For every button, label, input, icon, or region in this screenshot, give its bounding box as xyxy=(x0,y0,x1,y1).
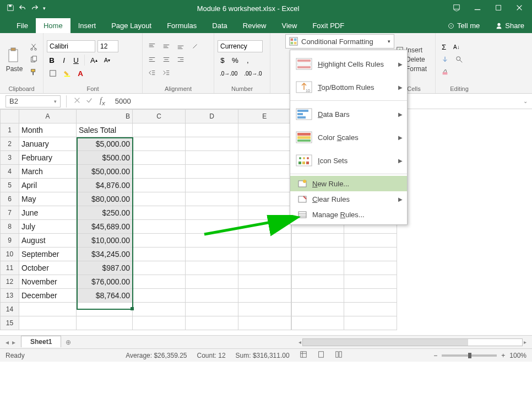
font-name-input[interactable] xyxy=(47,40,95,52)
cell-A12[interactable]: November xyxy=(19,275,77,289)
row-header-2[interactable]: 2 xyxy=(1,137,19,151)
cell-E6[interactable] xyxy=(238,192,291,206)
new-sheet-button[interactable]: ⊕ xyxy=(61,337,75,348)
cell-A14[interactable] xyxy=(19,303,77,316)
cut-button[interactable] xyxy=(28,41,40,52)
view-page-break-icon[interactable] xyxy=(335,351,343,360)
fill-button[interactable] xyxy=(439,54,451,65)
menu-top-bottom-rules[interactable]: 10 Top/Bottom Rules▶ xyxy=(290,76,407,99)
tab-formulas[interactable]: Formulas xyxy=(159,18,204,33)
bold-button[interactable]: B xyxy=(47,55,57,66)
col-header-D[interactable]: D xyxy=(186,110,238,123)
cell-D3[interactable] xyxy=(186,151,238,165)
row-header-4[interactable]: 4 xyxy=(1,165,19,179)
sheet-tab-sheet1[interactable]: Sheet1 xyxy=(21,336,61,347)
zoom-slider[interactable] xyxy=(442,354,497,357)
select-all-cell[interactable] xyxy=(1,110,19,123)
cell-D11[interactable] xyxy=(186,261,238,275)
decrease-font-button[interactable]: A▾ xyxy=(102,55,112,66)
tab-home[interactable]: Home xyxy=(36,18,70,33)
cell-I12[interactable] xyxy=(344,275,397,289)
cell-A5[interactable]: April xyxy=(19,179,77,192)
cell-B13[interactable]: $8,764.00 xyxy=(77,289,133,303)
tab-page-layout[interactable]: Page Layout xyxy=(104,18,159,33)
underline-button[interactable]: U xyxy=(71,55,81,66)
fx-icon[interactable]: fx xyxy=(100,96,111,106)
col-header-B[interactable]: B xyxy=(77,110,133,123)
undo-icon[interactable] xyxy=(19,4,26,13)
cell-B7[interactable]: $250.00 xyxy=(77,206,133,220)
cell-B14[interactable] xyxy=(77,303,133,316)
menu-highlight-cells-rules[interactable]: Highlight Cells Rules▶ xyxy=(290,52,407,76)
decrease-decimal-button[interactable]: .00→.0 xyxy=(242,68,264,79)
cell-A3[interactable]: February xyxy=(19,151,77,165)
cell-A11[interactable]: October xyxy=(19,261,77,275)
tab-file[interactable]: File xyxy=(9,18,36,33)
cell-H11[interactable] xyxy=(291,261,344,275)
align-left-button[interactable] xyxy=(146,54,158,65)
cell-A10[interactable]: September xyxy=(19,248,77,261)
zoom-level[interactable]: 100% xyxy=(509,352,526,359)
horizontal-scrollbar[interactable]: ◂ ▸ xyxy=(75,338,532,346)
cell-C8[interactable] xyxy=(133,220,186,234)
zoom-in-button[interactable]: + xyxy=(501,352,505,359)
row-header-13[interactable]: 13 xyxy=(1,289,19,303)
align-top-button[interactable] xyxy=(146,41,158,52)
redo-icon[interactable] xyxy=(31,4,39,13)
cell-E10[interactable] xyxy=(238,248,291,261)
tab-foxit-pdf[interactable]: Foxit PDF xyxy=(305,18,352,33)
cell-E3[interactable] xyxy=(238,151,291,165)
cell-C11[interactable] xyxy=(133,261,186,275)
row-header-7[interactable]: 7 xyxy=(1,206,19,220)
font-size-input[interactable] xyxy=(97,40,118,52)
percent-button[interactable]: % xyxy=(230,55,241,66)
cell-I9[interactable] xyxy=(344,234,397,248)
orientation-button[interactable] xyxy=(189,41,201,52)
cell-B15[interactable] xyxy=(77,316,133,330)
copy-button[interactable] xyxy=(28,54,40,65)
close-icon[interactable] xyxy=(515,4,523,13)
comma-button[interactable]: , xyxy=(243,55,253,66)
col-header-A[interactable]: A xyxy=(19,110,77,123)
name-box[interactable]: B2▾ xyxy=(6,95,61,107)
tab-scroll-right-icon[interactable]: ▸ xyxy=(12,338,15,346)
cell-E13[interactable] xyxy=(238,289,291,303)
cell-E2[interactable] xyxy=(238,137,291,151)
cell-B8[interactable]: $45,689.00 xyxy=(77,220,133,234)
cell-B6[interactable]: $80,000.00 xyxy=(77,192,133,206)
cell-B12[interactable]: $76,000.00 xyxy=(77,275,133,289)
enter-formula-icon[interactable] xyxy=(85,96,93,106)
cell-B4[interactable]: $50,000.00 xyxy=(77,165,133,179)
col-header-E[interactable]: E xyxy=(238,110,291,123)
autosum-button[interactable]: Σ xyxy=(439,41,449,52)
cell-C7[interactable] xyxy=(133,206,186,220)
row-header-5[interactable]: 5 xyxy=(1,179,19,192)
cell-B11[interactable]: $987.00 xyxy=(77,261,133,275)
cell-C2[interactable] xyxy=(133,137,186,151)
cell-A13[interactable]: December xyxy=(19,289,77,303)
cell-B5[interactable]: $4,876.00 xyxy=(77,179,133,192)
cell-I13[interactable] xyxy=(344,289,397,303)
cell-D12[interactable] xyxy=(186,275,238,289)
cell-D5[interactable] xyxy=(186,179,238,192)
clear-button[interactable] xyxy=(439,67,451,78)
cell-C15[interactable] xyxy=(133,316,186,330)
cell-D10[interactable] xyxy=(186,248,238,261)
cell-E15[interactable] xyxy=(238,316,291,330)
find-select-button[interactable] xyxy=(453,54,465,65)
cell-H12[interactable] xyxy=(291,275,344,289)
tab-insert[interactable]: Insert xyxy=(70,18,104,33)
accounting-button[interactable]: $ xyxy=(218,55,227,66)
menu-manage-rules[interactable]: Manage Rules... xyxy=(290,207,407,222)
cell-B1[interactable]: Sales Total xyxy=(77,123,133,137)
zoom-out-button[interactable]: − xyxy=(433,352,437,359)
number-format-select[interactable] xyxy=(218,40,263,52)
align-bottom-button[interactable] xyxy=(175,41,187,52)
tab-scroll-left-icon[interactable]: ◂ xyxy=(6,338,9,346)
cell-D13[interactable] xyxy=(186,289,238,303)
cell-E1[interactable] xyxy=(238,123,291,137)
cell-I11[interactable] xyxy=(344,261,397,275)
conditional-formatting-button[interactable]: Conditional Formatting ▾ xyxy=(285,34,394,49)
cell-I10[interactable] xyxy=(344,248,397,261)
cell-C1[interactable] xyxy=(133,123,186,137)
